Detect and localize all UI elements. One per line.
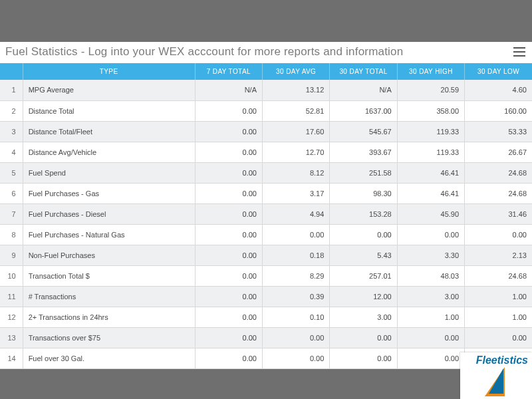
row-30total: 545.67 [330,121,397,142]
row-index: 4 [0,142,23,162]
row-type: Fuel Purchases - Gas [23,183,195,203]
col-7day[interactable]: 7 DAY TOTAL [195,63,262,80]
row-30high: 45.90 [397,203,464,224]
row-30high: 0.00 [397,348,464,368]
row-30avg: 0.00 [262,348,329,368]
row-30high: 119.33 [397,142,464,162]
fleetistics-logo: Fleetistics [460,352,532,399]
row-7day: 0.00 [195,286,262,307]
row-30low: 4.60 [465,80,532,100]
row-30total: 0.00 [330,327,397,348]
row-7day: N/A [195,80,262,100]
row-30avg: 0.00 [262,224,329,245]
col-30avg[interactable]: 30 DAY AVG [262,63,329,80]
row-30total: 98.30 [330,183,397,203]
table-row[interactable]: 1MPG AverageN/A13.12N/A20.594.60 [0,80,532,100]
table-row[interactable]: 4Distance Avg/Vehicle0.0012.70393.67119.… [0,142,532,162]
panel-title: Fuel Statistics - Log into your WEX accc… [5,45,403,59]
row-30total: 0.00 [330,224,397,245]
row-30low: 24.68 [465,265,532,286]
logo-text: Fleetistics [464,355,528,366]
col-type[interactable]: TYPE [23,63,195,80]
row-index: 12 [0,307,23,327]
table-row[interactable]: 9Non-Fuel Purchases0.000.185.433.302.13 [0,245,532,265]
row-30total: 3.00 [330,307,397,327]
panel-header: Fuel Statistics - Log into your WEX accc… [0,42,532,63]
row-30high: 46.41 [397,162,464,183]
table-header-row: TYPE 7 DAY TOTAL 30 DAY AVG 30 DAY TOTAL… [0,63,532,80]
row-30total: 257.01 [330,265,397,286]
table-row[interactable]: 122+ Transactions in 24hrs0.000.103.001.… [0,307,532,327]
row-index: 2 [0,100,23,121]
table-row[interactable]: 3Distance Total/Fleet0.0017.60545.67119.… [0,121,532,142]
row-7day: 0.00 [195,142,262,162]
table-row[interactable]: 11# Transactions0.000.3912.003.001.00 [0,286,532,307]
col-30tot[interactable]: 30 DAY TOTAL [330,63,397,80]
table-row[interactable]: 5Fuel Spend0.008.12251.5846.4124.68 [0,162,532,183]
row-index: 6 [0,183,23,203]
row-30low: 53.33 [465,121,532,142]
row-type: Fuel over 30 Gal. [23,348,195,368]
row-30low: 1.00 [465,307,532,327]
row-type: # Transactions [23,286,195,307]
row-type: Distance Avg/Vehicle [23,142,195,162]
row-30avg: 0.39 [262,286,329,307]
row-30high: 0.00 [397,327,464,348]
row-30avg: 8.12 [262,162,329,183]
row-index: 10 [0,265,23,286]
row-30avg: 8.29 [262,265,329,286]
row-index: 9 [0,245,23,265]
row-7day: 0.00 [195,307,262,327]
row-30high: 358.00 [397,100,464,121]
row-type: Distance Total/Fleet [23,121,195,142]
row-30low: 160.00 [465,100,532,121]
row-30low: 2.13 [465,245,532,265]
row-type: MPG Average [23,80,195,100]
table-row[interactable]: 10Transaction Total $0.008.29257.0148.03… [0,265,532,286]
row-30total: 1637.00 [330,100,397,121]
row-30high: 20.59 [397,80,464,100]
row-type: Distance Total [23,100,195,121]
logo-mark-icon [485,367,507,398]
row-30avg: 4.94 [262,203,329,224]
row-type: Fuel Spend [23,162,195,183]
row-30high: 48.03 [397,265,464,286]
row-30high: 3.00 [397,286,464,307]
table-row[interactable]: 8Fuel Purchases - Natural Gas0.000.000.0… [0,224,532,245]
row-7day: 0.00 [195,265,262,286]
row-type: 2+ Transactions in 24hrs [23,307,195,327]
row-type: Fuel Purchases - Diesel [23,203,195,224]
row-30total: N/A [330,80,397,100]
col-30hi[interactable]: 30 DAY HIGH [397,63,464,80]
row-7day: 0.00 [195,100,262,121]
row-index: 1 [0,80,23,100]
table-row[interactable]: 7Fuel Purchases - Diesel0.004.94153.2845… [0,203,532,224]
table-row[interactable]: 6Fuel Purchases - Gas0.003.1798.3046.412… [0,183,532,203]
row-30avg: 52.81 [262,100,329,121]
panel-menu-icon[interactable] [513,47,525,57]
row-30avg: 3.17 [262,183,329,203]
col-30lo[interactable]: 30 DAY LOW [465,63,532,80]
col-index[interactable] [0,63,23,80]
row-30low: 0.00 [465,224,532,245]
row-30low: 0.00 [465,327,532,348]
row-30avg: 17.60 [262,121,329,142]
row-30low: 24.68 [465,162,532,183]
row-30total: 393.67 [330,142,397,162]
row-30avg: 12.70 [262,142,329,162]
row-7day: 0.00 [195,121,262,142]
row-30total: 0.00 [330,348,397,368]
fuel-stats-table: TYPE 7 DAY TOTAL 30 DAY AVG 30 DAY TOTAL… [0,63,532,369]
row-30high: 46.41 [397,183,464,203]
row-index: 7 [0,203,23,224]
row-30high: 1.00 [397,307,464,327]
table-row[interactable]: 13Transactions over $750.000.000.000.000… [0,327,532,348]
table-row[interactable]: 2Distance Total0.0052.811637.00358.00160… [0,100,532,121]
row-7day: 0.00 [195,348,262,368]
row-30high: 3.30 [397,245,464,265]
row-index: 14 [0,348,23,368]
row-30avg: 13.12 [262,80,329,100]
row-7day: 0.00 [195,224,262,245]
row-30low: 1.00 [465,286,532,307]
table-row[interactable]: 14Fuel over 30 Gal.0.000.000.000.000.00 [0,348,532,368]
